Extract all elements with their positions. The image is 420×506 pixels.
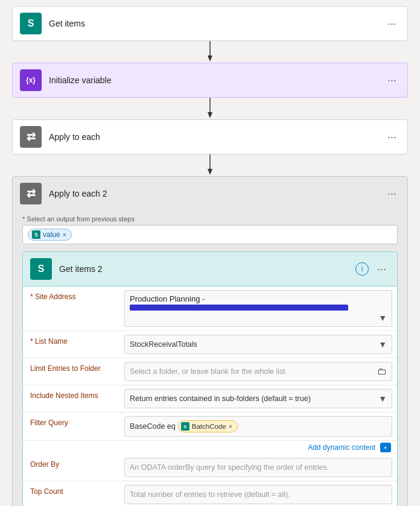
get-items-menu[interactable]: ···: [384, 16, 400, 31]
list-name-text: StockReceivalTotals: [130, 340, 197, 349]
filter-query-input[interactable]: BaseCode eq S BatchCode ×: [124, 416, 392, 437]
get-items-title: Get items: [49, 19, 384, 28]
site-address-label: * Site Address: [23, 286, 119, 307]
top-count-value[interactable]: Total number of entries to retrieve (def…: [119, 481, 397, 506]
include-nested-dropdown-icon: ▼: [378, 394, 387, 403]
top-count-input[interactable]: Total number of entries to retrieve (def…: [124, 485, 392, 504]
apply-each2-title: Apply to each 2: [49, 189, 384, 198]
order-by-value[interactable]: An ODATA orderBy query for specifying th…: [119, 454, 397, 481]
token-input-row[interactable]: S value ×: [22, 225, 398, 244]
apply-each-menu[interactable]: ···: [384, 130, 400, 145]
limit-folder-input[interactable]: Select a folder, or leave blank for the …: [124, 362, 392, 381]
limit-folder-label: Limit Entries to Folder: [23, 358, 119, 379]
inner-card-body: * Site Address Production Planning - ▼: [23, 286, 397, 506]
limit-folder-text: Select a folder, or leave blank for the …: [130, 367, 285, 376]
filter-token[interactable]: S BatchCode ×: [178, 420, 238, 432]
top-count-text: Total number of entries to retrieve (def…: [130, 490, 290, 499]
limit-folder-value[interactable]: Select a folder, or leave blank for the …: [119, 358, 397, 385]
get-items-icon: S: [20, 13, 42, 34]
init-variable-icon: {x}: [20, 69, 42, 91]
token-label: value: [43, 230, 60, 239]
list-name-value[interactable]: StockReceivalTotals ▼: [119, 331, 397, 358]
get-items-2-icon: S: [30, 258, 52, 280]
info-icon[interactable]: i: [355, 262, 369, 276]
get-items-2-menu[interactable]: ···: [374, 262, 390, 277]
filter-query-value[interactable]: BaseCode eq S BatchCode ×: [119, 413, 397, 440]
filter-prefix-text: BaseCode eq: [130, 422, 176, 431]
field-row-include-nested: Include Nested Items Return entries cont…: [23, 385, 397, 413]
list-name-dropdown-icon: ▼: [378, 340, 387, 349]
field-row-list-name: * List Name StockReceivalTotals ▼: [23, 331, 397, 358]
token-close-icon[interactable]: ×: [63, 231, 66, 238]
filter-token-icon: S: [181, 422, 189, 431]
site-url-bar: [130, 305, 348, 311]
include-nested-input[interactable]: Return entries contained in sub-folders …: [124, 389, 392, 408]
filter-token-close-icon[interactable]: ×: [229, 423, 232, 430]
svg-marker-5: [208, 169, 212, 175]
step-init-variable: {x} Initialize variable ···: [12, 63, 408, 98]
init-variable-menu[interactable]: ···: [384, 73, 400, 88]
init-variable-title: Initialize variable: [49, 75, 384, 85]
field-row-filter-query: Filter Query BaseCode eq S BatchCode ×: [23, 413, 397, 441]
svg-marker-1: [208, 55, 212, 62]
step-apply-each: ⇄ Apply to each ···: [12, 119, 408, 154]
field-row-top-count: Top Count Total number of entries to ret…: [23, 481, 397, 506]
add-dynamic-btn[interactable]: +: [380, 443, 391, 452]
field-row-site-address: * Site Address Production Planning - ▼: [23, 286, 397, 331]
order-by-input[interactable]: An ODATA orderBy query for specifying th…: [124, 458, 392, 477]
apply-each2-icon: ⇄: [20, 183, 42, 204]
order-by-label: Order By: [23, 454, 119, 475]
select-output-label: * Select an output from previous steps: [22, 215, 398, 223]
filter-token-label: BatchCode: [192, 423, 226, 430]
site-address-dropdown-icon: ▼: [378, 313, 387, 323]
apply-each2-menu[interactable]: ···: [384, 186, 400, 201]
flow-container: S Get items ··· {x} Initialize variable …: [0, 0, 420, 506]
apply-each-icon: ⇄: [20, 126, 42, 148]
list-name-input[interactable]: StockReceivalTotals ▼: [124, 335, 392, 354]
site-name-text: Production Planning -: [130, 294, 387, 303]
add-dynamic-link[interactable]: Add dynamic content: [308, 443, 375, 452]
apply-each2-header: ⇄ Apply to each 2 ···: [13, 177, 407, 210]
value-token[interactable]: S value ×: [28, 229, 72, 241]
apply-each-title: Apply to each: [49, 132, 384, 142]
site-address-content: Production Planning -: [130, 294, 387, 311]
add-dynamic-row: Add dynamic content +: [23, 441, 397, 454]
apply-each2-container: ⇄ Apply to each 2 ··· * Select an output…: [12, 176, 408, 506]
arrow-3: [205, 154, 215, 176]
step-get-items: S Get items ···: [12, 6, 408, 41]
token-s-icon: S: [32, 230, 40, 239]
site-address-input[interactable]: Production Planning - ▼: [124, 290, 392, 327]
field-row-limit-folder: Limit Entries to Folder Select a folder,…: [23, 358, 397, 385]
order-by-text: An ODATA orderBy query for specifying th…: [130, 463, 329, 472]
get-items-2-card: S Get items 2 i ··· * Site Address Produ…: [22, 251, 398, 506]
arrow-2: [205, 98, 215, 119]
list-name-label: * List Name: [23, 331, 119, 352]
filter-query-label: Filter Query: [23, 413, 119, 433]
get-items-2-title: Get items 2: [59, 264, 355, 274]
field-row-order-by: Order By An ODATA orderBy query for spec…: [23, 454, 397, 481]
folder-icon: 🗀: [377, 366, 387, 377]
site-address-value-container[interactable]: Production Planning - ▼: [119, 286, 397, 330]
include-nested-label: Include Nested Items: [23, 385, 119, 406]
include-nested-value[interactable]: Return entries contained in sub-folders …: [119, 385, 397, 412]
svg-marker-3: [208, 112, 212, 118]
filter-row: BaseCode eq S BatchCode ×: [130, 420, 238, 432]
arrow-1: [205, 41, 215, 63]
inner-card-header: S Get items 2 i ···: [23, 252, 397, 286]
include-nested-text: Return entries contained in sub-folders …: [130, 394, 311, 403]
top-count-label: Top Count: [23, 481, 119, 502]
